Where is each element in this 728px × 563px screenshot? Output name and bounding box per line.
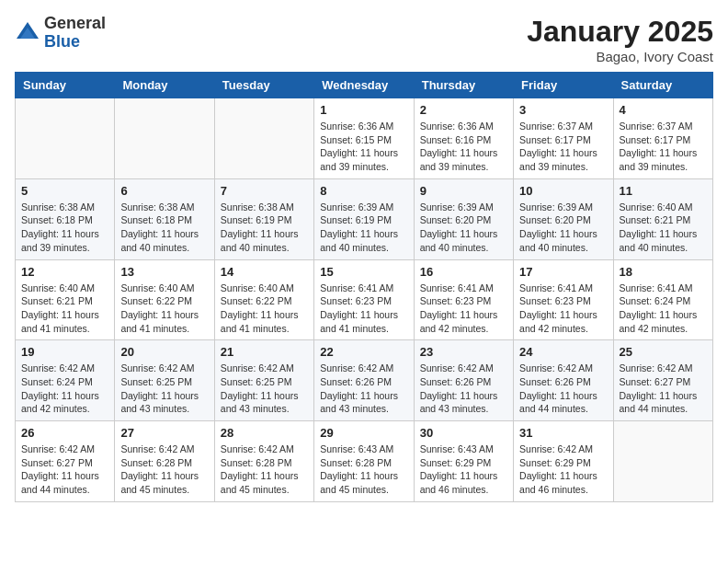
calendar-cell: 6Sunrise: 6:38 AM Sunset: 6:18 PM Daylig… — [115, 178, 214, 259]
calendar-cell: 24Sunrise: 6:42 AM Sunset: 6:26 PM Dayli… — [514, 340, 613, 421]
day-info: Sunrise: 6:39 AM Sunset: 6:20 PM Dayligh… — [420, 201, 507, 255]
day-number: 2 — [420, 103, 507, 117]
calendar-cell: 30Sunrise: 6:43 AM Sunset: 6:29 PM Dayli… — [414, 421, 513, 502]
day-info: Sunrise: 6:38 AM Sunset: 6:19 PM Dayligh… — [221, 201, 308, 255]
calendar-cell: 14Sunrise: 6:40 AM Sunset: 6:22 PM Dayli… — [214, 259, 313, 340]
title-block: January 2025 Bagao, Ivory Coast — [527, 15, 713, 64]
day-info: Sunrise: 6:41 AM Sunset: 6:23 PM Dayligh… — [420, 282, 507, 336]
weekday-header-tuesday: Tuesday — [214, 73, 313, 98]
day-info: Sunrise: 6:40 AM Sunset: 6:21 PM Dayligh… — [620, 201, 707, 255]
day-number: 26 — [21, 426, 108, 440]
day-number: 24 — [519, 345, 607, 359]
calendar-cell: 2Sunrise: 6:36 AM Sunset: 6:16 PM Daylig… — [414, 98, 513, 179]
day-info: Sunrise: 6:40 AM Sunset: 6:21 PM Dayligh… — [21, 282, 108, 336]
page-header: General Blue January 2025 Bagao, Ivory C… — [15, 15, 713, 64]
day-number: 7 — [221, 184, 308, 198]
logo: General Blue — [15, 15, 106, 52]
day-info: Sunrise: 6:42 AM Sunset: 6:26 PM Dayligh… — [420, 362, 507, 416]
calendar-cell: 9Sunrise: 6:39 AM Sunset: 6:20 PM Daylig… — [414, 178, 513, 259]
day-number: 14 — [221, 265, 308, 279]
calendar-week-4: 19Sunrise: 6:42 AM Sunset: 6:24 PM Dayli… — [16, 340, 713, 421]
day-number: 17 — [519, 265, 607, 279]
day-info: Sunrise: 6:42 AM Sunset: 6:28 PM Dayligh… — [221, 442, 308, 497]
day-info: Sunrise: 6:39 AM Sunset: 6:19 PM Dayligh… — [320, 201, 407, 255]
calendar-cell: 21Sunrise: 6:42 AM Sunset: 6:25 PM Dayli… — [214, 340, 313, 421]
calendar-cell: 10Sunrise: 6:39 AM Sunset: 6:20 PM Dayli… — [514, 178, 613, 259]
day-number: 4 — [620, 103, 707, 117]
day-number: 3 — [519, 103, 607, 117]
day-info: Sunrise: 6:40 AM Sunset: 6:22 PM Dayligh… — [221, 282, 308, 336]
calendar-cell — [16, 98, 115, 179]
day-number: 5 — [21, 184, 108, 198]
calendar-week-5: 26Sunrise: 6:42 AM Sunset: 6:27 PM Dayli… — [16, 421, 713, 502]
day-number: 28 — [221, 426, 308, 440]
day-number: 25 — [620, 345, 707, 359]
logo-general-text: General — [44, 14, 106, 32]
calendar-week-1: 1Sunrise: 6:36 AM Sunset: 6:15 PM Daylig… — [16, 98, 713, 179]
calendar-cell: 31Sunrise: 6:42 AM Sunset: 6:29 PM Dayli… — [514, 421, 613, 502]
day-info: Sunrise: 6:43 AM Sunset: 6:28 PM Dayligh… — [320, 442, 407, 497]
day-number: 30 — [420, 426, 507, 440]
calendar-cell: 15Sunrise: 6:41 AM Sunset: 6:23 PM Dayli… — [314, 259, 414, 340]
calendar-week-3: 12Sunrise: 6:40 AM Sunset: 6:21 PM Dayli… — [16, 259, 713, 340]
day-number: 16 — [420, 265, 507, 279]
day-info: Sunrise: 6:42 AM Sunset: 6:25 PM Dayligh… — [221, 362, 308, 416]
day-number: 8 — [320, 184, 407, 198]
calendar-cell: 8Sunrise: 6:39 AM Sunset: 6:19 PM Daylig… — [314, 178, 414, 259]
day-number: 10 — [519, 184, 607, 198]
day-info: Sunrise: 6:42 AM Sunset: 6:28 PM Dayligh… — [120, 442, 208, 497]
month-title: January 2025 — [527, 15, 713, 49]
calendar-cell: 16Sunrise: 6:41 AM Sunset: 6:23 PM Dayli… — [414, 259, 513, 340]
weekday-header-row: SundayMondayTuesdayWednesdayThursdayFrid… — [16, 73, 713, 98]
logo-blue-text: Blue — [44, 32, 80, 51]
day-number: 29 — [320, 426, 407, 440]
day-number: 22 — [320, 345, 407, 359]
day-info: Sunrise: 6:41 AM Sunset: 6:23 PM Dayligh… — [320, 282, 407, 336]
day-number: 20 — [120, 345, 208, 359]
location-title: Bagao, Ivory Coast — [527, 49, 713, 64]
calendar-cell — [214, 98, 313, 179]
calendar-cell: 1Sunrise: 6:36 AM Sunset: 6:15 PM Daylig… — [314, 98, 414, 179]
day-info: Sunrise: 6:42 AM Sunset: 6:27 PM Dayligh… — [21, 442, 108, 497]
calendar-cell: 7Sunrise: 6:38 AM Sunset: 6:19 PM Daylig… — [214, 178, 313, 259]
calendar-cell: 18Sunrise: 6:41 AM Sunset: 6:24 PM Dayli… — [613, 259, 712, 340]
calendar-cell: 25Sunrise: 6:42 AM Sunset: 6:27 PM Dayli… — [613, 340, 712, 421]
calendar-cell — [115, 98, 214, 179]
calendar-cell: 11Sunrise: 6:40 AM Sunset: 6:21 PM Dayli… — [613, 178, 712, 259]
calendar-cell: 22Sunrise: 6:42 AM Sunset: 6:26 PM Dayli… — [314, 340, 414, 421]
calendar-cell — [613, 421, 712, 502]
calendar-cell: 4Sunrise: 6:37 AM Sunset: 6:17 PM Daylig… — [613, 98, 712, 179]
calendar-cell: 27Sunrise: 6:42 AM Sunset: 6:28 PM Dayli… — [115, 421, 214, 502]
logo-icon — [15, 20, 40, 46]
day-info: Sunrise: 6:42 AM Sunset: 6:29 PM Dayligh… — [519, 442, 607, 497]
day-info: Sunrise: 6:38 AM Sunset: 6:18 PM Dayligh… — [120, 201, 208, 255]
calendar-cell: 23Sunrise: 6:42 AM Sunset: 6:26 PM Dayli… — [414, 340, 513, 421]
calendar-cell: 17Sunrise: 6:41 AM Sunset: 6:23 PM Dayli… — [514, 259, 613, 340]
day-number: 27 — [120, 426, 208, 440]
calendar-cell: 13Sunrise: 6:40 AM Sunset: 6:22 PM Dayli… — [115, 259, 214, 340]
day-info: Sunrise: 6:42 AM Sunset: 6:27 PM Dayligh… — [620, 362, 707, 416]
day-info: Sunrise: 6:41 AM Sunset: 6:24 PM Dayligh… — [620, 282, 707, 336]
day-info: Sunrise: 6:36 AM Sunset: 6:15 PM Dayligh… — [320, 120, 407, 174]
day-number: 11 — [620, 184, 707, 198]
weekday-header-thursday: Thursday — [414, 73, 513, 98]
day-info: Sunrise: 6:41 AM Sunset: 6:23 PM Dayligh… — [519, 282, 607, 336]
weekday-header-wednesday: Wednesday — [314, 73, 414, 98]
day-number: 15 — [320, 265, 407, 279]
day-number: 13 — [120, 265, 208, 279]
day-number: 9 — [420, 184, 507, 198]
weekday-header-friday: Friday — [514, 73, 613, 98]
weekday-header-saturday: Saturday — [613, 73, 712, 98]
calendar-cell: 12Sunrise: 6:40 AM Sunset: 6:21 PM Dayli… — [16, 259, 115, 340]
day-info: Sunrise: 6:42 AM Sunset: 6:26 PM Dayligh… — [320, 362, 407, 416]
day-info: Sunrise: 6:36 AM Sunset: 6:16 PM Dayligh… — [420, 120, 507, 174]
calendar-cell: 3Sunrise: 6:37 AM Sunset: 6:17 PM Daylig… — [514, 98, 613, 179]
calendar-cell: 28Sunrise: 6:42 AM Sunset: 6:28 PM Dayli… — [214, 421, 313, 502]
day-info: Sunrise: 6:40 AM Sunset: 6:22 PM Dayligh… — [120, 282, 208, 336]
day-number: 21 — [221, 345, 308, 359]
calendar-cell: 29Sunrise: 6:43 AM Sunset: 6:28 PM Dayli… — [314, 421, 414, 502]
calendar-week-2: 5Sunrise: 6:38 AM Sunset: 6:18 PM Daylig… — [16, 178, 713, 259]
day-info: Sunrise: 6:39 AM Sunset: 6:20 PM Dayligh… — [519, 201, 607, 255]
day-info: Sunrise: 6:38 AM Sunset: 6:18 PM Dayligh… — [21, 201, 108, 255]
calendar-body: 1Sunrise: 6:36 AM Sunset: 6:15 PM Daylig… — [16, 98, 713, 502]
